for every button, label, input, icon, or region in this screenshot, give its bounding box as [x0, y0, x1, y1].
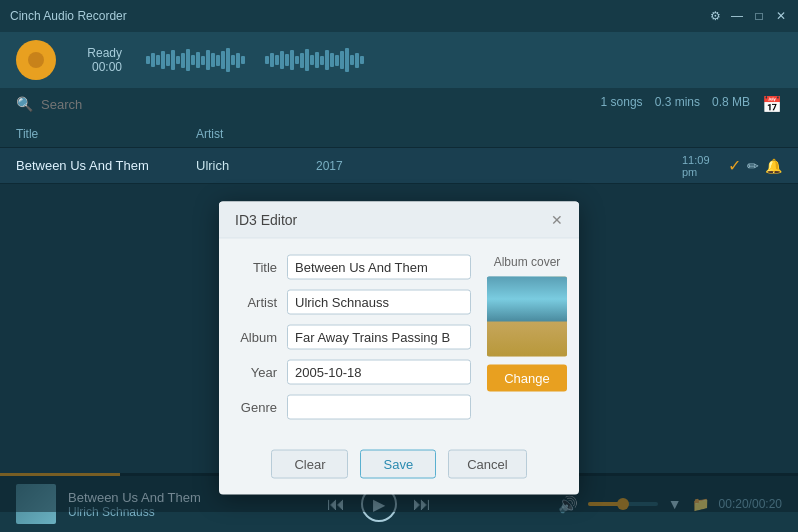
waveform-group-2 — [265, 48, 364, 72]
wbar — [310, 55, 314, 65]
artist-input[interactable] — [287, 290, 471, 315]
id3-editor-modal: ID3 Editor ✕ Title Artist Album — [219, 202, 579, 495]
row-date: 2017 — [316, 159, 682, 173]
wbar — [270, 53, 274, 67]
row-title: Between Us And Them — [16, 158, 196, 173]
maximize-button[interactable]: □ — [752, 9, 766, 23]
search-input[interactable] — [41, 97, 593, 112]
wbar — [181, 53, 185, 68]
artist-label: Artist — [235, 295, 287, 310]
wbar — [265, 56, 269, 64]
modal-header: ID3 Editor ✕ — [219, 202, 579, 239]
genre-label: Genre — [235, 400, 287, 415]
title-input[interactable] — [287, 255, 471, 280]
settings-icon[interactable]: ⚙ — [708, 9, 722, 23]
wbar — [236, 53, 240, 68]
wbar — [335, 55, 339, 66]
wbar — [186, 49, 190, 71]
row-time: 11:09 pm — [682, 154, 722, 178]
status-text: Ready — [87, 46, 122, 60]
table-header: Title Artist — [0, 120, 798, 148]
wbar — [161, 51, 165, 69]
clear-button[interactable]: Clear — [271, 450, 348, 479]
wbar — [226, 48, 230, 72]
album-input[interactable] — [287, 325, 471, 350]
record-inner — [28, 52, 44, 68]
modal-body: Title Artist Album Year — [219, 239, 579, 446]
status-area: Ready 00:00 — [72, 46, 122, 74]
mins-count: 0.3 mins — [655, 95, 700, 114]
wbar — [206, 50, 210, 70]
songs-count: 1 songs — [601, 95, 643, 114]
header-artist: Artist — [196, 127, 316, 141]
title-row: Title — [235, 255, 471, 280]
table-row[interactable]: Between Us And Them Ulrich 2017 11:09 pm… — [0, 148, 798, 184]
size-count: 0.8 MB — [712, 95, 750, 114]
wbar — [320, 56, 324, 65]
wbar — [360, 56, 364, 64]
header-title: Title — [16, 127, 196, 141]
album-cover-image — [487, 277, 567, 357]
search-stats: 1 songs 0.3 mins 0.8 MB 📅 — [601, 95, 782, 114]
wbar — [211, 53, 215, 67]
wbar — [305, 49, 309, 71]
minimize-button[interactable]: — — [730, 9, 744, 23]
waveform — [146, 48, 782, 72]
search-bar: 🔍 1 songs 0.3 mins 0.8 MB 📅 — [0, 88, 798, 120]
save-button[interactable]: Save — [360, 450, 436, 479]
waveform-group-1 — [146, 48, 245, 72]
year-row: Year — [235, 360, 471, 385]
wbar — [325, 50, 329, 70]
wbar — [146, 56, 150, 64]
wbar — [196, 52, 200, 68]
title-bar: Cinch Audio Recorder ⚙ — □ ✕ — [0, 0, 798, 32]
main-content: ID3 Editor ✕ Title Artist Album — [0, 184, 798, 512]
year-input[interactable] — [287, 360, 471, 385]
album-row: Album — [235, 325, 471, 350]
artist-row: Artist — [235, 290, 471, 315]
row-icons: 11:09 pm ✓ ✏ 🔔 — [682, 154, 782, 178]
modal-title: ID3 Editor — [235, 212, 297, 228]
app-title-area: Cinch Audio Recorder — [10, 9, 127, 23]
modal-fields: Title Artist Album Year — [235, 255, 471, 430]
change-cover-button[interactable]: Change — [487, 365, 567, 392]
bell-icon[interactable]: 🔔 — [765, 158, 782, 174]
title-label: Title — [235, 260, 287, 275]
wbar — [191, 55, 195, 65]
wbar — [295, 56, 299, 64]
modal-footer: Clear Save Cancel — [219, 446, 579, 479]
wbar — [221, 51, 225, 69]
wbar — [166, 54, 170, 66]
edit-icon[interactable]: ✏ — [747, 158, 759, 174]
wbar — [340, 51, 344, 69]
close-button[interactable]: ✕ — [774, 9, 788, 23]
wbar — [350, 55, 354, 65]
timer-text: 00:00 — [92, 60, 122, 74]
wbar — [241, 56, 245, 64]
calendar-icon: 📅 — [762, 95, 782, 114]
wbar — [231, 55, 235, 65]
wbar — [315, 52, 319, 68]
album-label: Album — [235, 330, 287, 345]
wbar — [171, 50, 175, 70]
wbar — [176, 56, 180, 64]
wbar — [156, 55, 160, 65]
wbar — [355, 53, 359, 68]
wbar — [345, 48, 349, 72]
wbar — [330, 53, 334, 67]
wbar — [201, 56, 205, 65]
row-artist: Ulrich — [196, 158, 316, 173]
app-title: Cinch Audio Recorder — [10, 9, 127, 23]
genre-row: Genre — [235, 395, 471, 420]
wbar — [151, 53, 155, 67]
record-button[interactable] — [16, 40, 56, 80]
genre-input[interactable] — [287, 395, 471, 420]
album-cover-label: Album cover — [494, 255, 561, 269]
top-area: Ready 00:00 — [0, 32, 798, 88]
modal-close-button[interactable]: ✕ — [551, 212, 563, 228]
wbar — [275, 55, 279, 65]
album-cover-area: Album cover Change — [487, 255, 567, 430]
cancel-button[interactable]: Cancel — [448, 450, 526, 479]
wbar — [285, 54, 289, 66]
wbar — [290, 50, 294, 70]
